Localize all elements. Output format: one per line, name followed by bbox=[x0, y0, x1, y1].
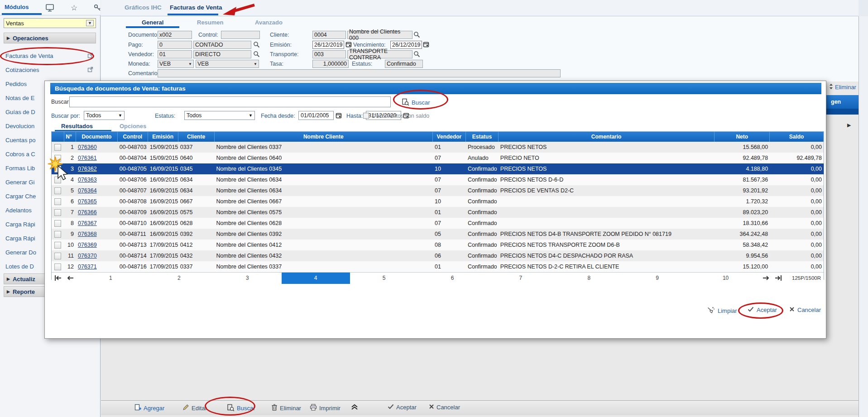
subtab-avanzado[interactable]: Avanzado bbox=[255, 19, 283, 26]
document-link[interactable]: 076360 bbox=[78, 144, 97, 150]
header-control[interactable]: Control bbox=[118, 132, 148, 142]
header-cliente[interactable]: Cliente bbox=[178, 132, 215, 142]
estatus-field[interactable]: Confirmado bbox=[385, 60, 423, 68]
vendedor-search-icon[interactable] bbox=[253, 51, 260, 59]
moneda-select-2[interactable]: VEB▼ bbox=[196, 60, 259, 68]
header-estatus[interactable]: Estatus bbox=[466, 132, 499, 142]
document-link[interactable]: 076365 bbox=[78, 198, 97, 205]
table-row[interactable]: 2 076361 00-048704 15/09/2015 0640 Nombr… bbox=[52, 153, 824, 163]
page-button[interactable]: 4 bbox=[282, 273, 350, 284]
tab-facturas-de-venta[interactable]: Facturas de Venta bbox=[170, 4, 222, 11]
buscar-button[interactable]: Buscar bbox=[227, 404, 255, 412]
buscar-por-select[interactable]: Todos▼ bbox=[84, 111, 125, 120]
row-checkbox[interactable] bbox=[54, 155, 61, 162]
page-button[interactable]: 3 bbox=[213, 273, 282, 284]
row-checkbox[interactable] bbox=[54, 264, 61, 270]
page-button[interactable]: 1 bbox=[77, 273, 145, 284]
documentos-con-saldo-checkbox[interactable] bbox=[363, 113, 369, 119]
comentario-field[interactable] bbox=[158, 69, 561, 77]
page-button[interactable]: 5 bbox=[350, 273, 418, 284]
page-button[interactable]: 10 bbox=[691, 273, 760, 284]
subtab-general[interactable]: General bbox=[142, 19, 163, 26]
transporte-name-field[interactable]: TRANSPORTE CONTRERA bbox=[347, 50, 412, 58]
row-checkbox[interactable] bbox=[54, 166, 61, 173]
page-button[interactable]: 7 bbox=[486, 273, 555, 284]
key-icon[interactable] bbox=[93, 4, 101, 14]
fecha-desde-field[interactable]: 01/01/2005 bbox=[298, 111, 334, 120]
dialog-aceptar-button[interactable]: Aceptar bbox=[748, 307, 777, 313]
emision-field[interactable]: 26/12/2019 bbox=[312, 41, 344, 49]
section-operaciones[interactable]: ▶ Operaciones bbox=[4, 33, 96, 43]
table-row[interactable]: 3 076362 00-048705 16/09/2015 0345 Nombr… bbox=[52, 163, 824, 174]
caret-right-icon[interactable]: ▶ bbox=[847, 122, 851, 128]
table-row[interactable]: 4 076363 00-048706 16/09/2015 0634 Nombr… bbox=[52, 174, 824, 185]
document-link[interactable]: 076363 bbox=[78, 177, 97, 183]
document-link[interactable]: 076364 bbox=[78, 187, 97, 194]
header-comentario[interactable]: Comentario bbox=[499, 132, 715, 142]
first-page-icon[interactable] bbox=[52, 275, 64, 281]
header-saldo[interactable]: Saldo bbox=[770, 132, 824, 142]
document-link[interactable]: 076370 bbox=[78, 253, 97, 259]
cliente-code-field[interactable]: 0004 bbox=[312, 31, 346, 39]
document-link[interactable]: 076362 bbox=[78, 166, 97, 172]
prev-page-icon[interactable] bbox=[64, 275, 77, 281]
subtab-resumen[interactable]: Resumen bbox=[197, 19, 224, 26]
eliminar-button[interactable]: Eliminar bbox=[271, 404, 301, 412]
row-checkbox[interactable] bbox=[54, 242, 61, 249]
eliminar-row-button[interactable]: Eliminar bbox=[829, 83, 856, 91]
table-row[interactable]: 1 076360 00-048703 15/09/2015 0337 Nombr… bbox=[52, 142, 824, 153]
module-select[interactable]: Ventas ▼ bbox=[4, 18, 96, 28]
table-row[interactable]: 12 076371 00-048716 17/09/2015 0337 Nomb… bbox=[52, 261, 824, 272]
dialog-cancelar-button[interactable]: Cancelar bbox=[789, 307, 821, 313]
imprimir-button[interactable]: Imprimir bbox=[310, 404, 340, 412]
tab-resultados[interactable]: Resultados bbox=[61, 123, 93, 129]
cliente-search-icon[interactable] bbox=[413, 31, 420, 40]
page-button[interactable]: 9 bbox=[623, 273, 691, 284]
vendedor-name-field[interactable]: DIRECTO bbox=[193, 50, 251, 58]
estatus-select[interactable]: Todos▼ bbox=[184, 111, 255, 120]
row-checkbox[interactable] bbox=[54, 144, 61, 151]
vencimiento-calendar-icon[interactable] bbox=[423, 41, 429, 49]
documento-field[interactable]: x002 bbox=[158, 31, 192, 39]
table-row[interactable]: 10 076369 00-048713 17/09/2015 0412 Nomb… bbox=[52, 240, 824, 250]
sidebar-item[interactable]: Cotizaciones bbox=[4, 63, 96, 77]
header-emision[interactable]: Emisión bbox=[148, 132, 178, 142]
header-neto[interactable]: Neto bbox=[715, 132, 770, 142]
header-vendedor[interactable]: Vendedor bbox=[433, 132, 466, 142]
dialog-buscar-button[interactable]: Buscar bbox=[402, 98, 430, 107]
pago-search-icon[interactable] bbox=[253, 41, 260, 50]
collapse-toolbar-button[interactable] bbox=[351, 404, 358, 412]
pago-code-field[interactable]: 0 bbox=[158, 41, 192, 49]
next-page-icon[interactable] bbox=[760, 275, 772, 281]
row-checkbox[interactable] bbox=[54, 253, 61, 259]
star-icon[interactable]: ☆ bbox=[71, 3, 77, 13]
transporte-code-field[interactable]: 003 bbox=[312, 50, 346, 58]
vendedor-code-field[interactable]: 01 bbox=[158, 50, 192, 58]
page-button[interactable]: 6 bbox=[418, 273, 487, 284]
table-row[interactable]: 11 076370 00-048714 17/09/2015 0432 Nomb… bbox=[52, 250, 824, 261]
control-field[interactable] bbox=[221, 31, 260, 39]
row-checkbox[interactable] bbox=[54, 209, 61, 216]
moneda-select-1[interactable]: VEB▼ bbox=[158, 60, 194, 68]
row-checkbox[interactable] bbox=[54, 198, 61, 205]
header-documento[interactable]: Documento bbox=[76, 132, 118, 142]
page-button[interactable]: 8 bbox=[555, 273, 623, 284]
page-button[interactable]: 2 bbox=[145, 273, 213, 284]
table-row[interactable]: 5 076364 00-048707 16/09/2015 0634 Nombr… bbox=[52, 185, 824, 196]
document-link[interactable]: 076366 bbox=[78, 209, 97, 216]
tab-modulos[interactable]: Módulos bbox=[5, 4, 29, 10]
row-checkbox[interactable] bbox=[54, 187, 61, 194]
last-page-icon[interactable] bbox=[772, 275, 785, 281]
tab-graficos-ihc[interactable]: Gráficos IHC bbox=[125, 4, 162, 11]
document-link[interactable]: 076367 bbox=[78, 220, 97, 226]
agregar-button[interactable]: Agregar bbox=[134, 404, 164, 412]
fecha-desde-calendar-icon[interactable] bbox=[336, 112, 342, 120]
aceptar-button[interactable]: Aceptar bbox=[388, 404, 417, 411]
table-row[interactable]: 8 076367 00-048710 16/09/2015 0628 Nombr… bbox=[52, 218, 824, 229]
search-input[interactable] bbox=[69, 96, 391, 107]
monitor-icon[interactable] bbox=[45, 4, 54, 14]
cancelar-button[interactable]: Cancelar bbox=[429, 404, 460, 411]
document-link[interactable]: 076369 bbox=[78, 242, 97, 248]
limpiar-button[interactable]: Limpiar bbox=[707, 307, 737, 315]
row-checkbox[interactable] bbox=[54, 231, 61, 238]
